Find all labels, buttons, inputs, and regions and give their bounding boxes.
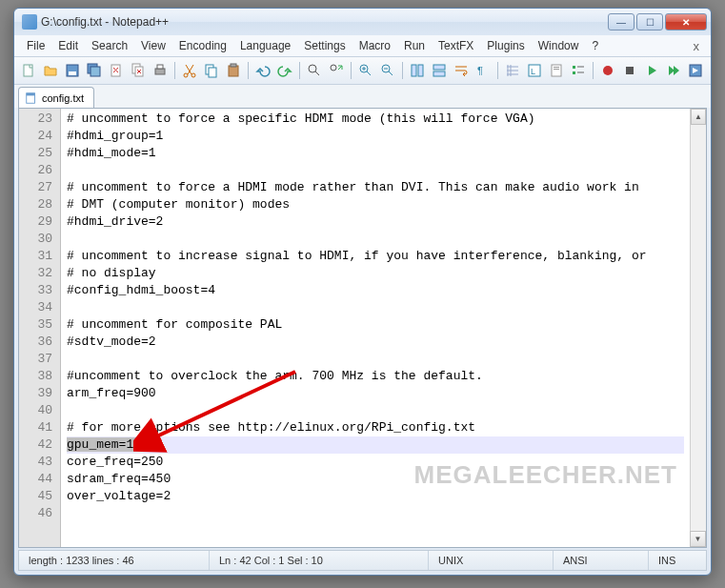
svg-rect-27	[552, 65, 561, 76]
svg-point-16	[309, 65, 316, 72]
code-area[interactable]: # uncomment to force a specific HDMI mod…	[61, 109, 690, 547]
menu-edit[interactable]: Edit	[51, 37, 85, 54]
user-lang-icon[interactable]: L	[524, 60, 545, 81]
separator	[497, 62, 498, 79]
notepadpp-window: G:\config.txt - Notepad++ — ☐ ✕ File Edi…	[13, 8, 712, 576]
status-position: Ln : 42 Col : 1 Sel : 10	[210, 551, 429, 570]
titlebar[interactable]: G:\config.txt - Notepad++ — ☐ ✕	[14, 9, 711, 35]
maximize-button[interactable]: ☐	[636, 13, 663, 30]
stop-macro-icon[interactable]	[619, 60, 640, 81]
separator	[174, 62, 175, 79]
record-macro-icon[interactable]	[597, 60, 618, 81]
menu-encoding[interactable]: Encoding	[172, 37, 233, 54]
indent-guide-icon[interactable]	[502, 60, 523, 81]
close-all-icon[interactable]	[128, 60, 149, 81]
redo-icon[interactable]	[274, 60, 295, 81]
svg-rect-36	[27, 92, 35, 95]
close-file-icon[interactable]	[106, 60, 127, 81]
scroll-down-icon[interactable]: ▼	[690, 531, 706, 547]
play-macro-icon[interactable]	[641, 60, 662, 81]
file-icon	[25, 91, 38, 105]
menu-search[interactable]: Search	[85, 37, 134, 54]
separator	[351, 62, 352, 79]
replace-icon[interactable]	[326, 60, 347, 81]
tab-config[interactable]: config.txt	[18, 87, 94, 108]
close-button[interactable]: ✕	[665, 13, 707, 30]
separator	[593, 62, 594, 79]
editor: 2324252627282930313233343536373839404142…	[18, 108, 707, 548]
scroll-up-icon[interactable]: ▲	[691, 109, 706, 125]
status-mode: INS	[649, 551, 706, 570]
cut-icon[interactable]	[179, 60, 200, 81]
svg-rect-20	[412, 65, 416, 76]
svg-text:¶: ¶	[477, 65, 483, 76]
tab-label: config.txt	[42, 92, 84, 104]
status-length: length : 1233 lines : 46	[19, 551, 210, 570]
sync-h-icon[interactable]	[429, 60, 450, 81]
svg-text:L: L	[531, 67, 535, 76]
svg-rect-30	[573, 66, 575, 69]
copy-icon[interactable]	[201, 60, 222, 81]
svg-point-17	[331, 65, 336, 71]
menu-language[interactable]: Language	[233, 37, 297, 54]
open-file-icon[interactable]	[40, 60, 61, 81]
menu-file[interactable]: File	[20, 37, 51, 54]
func-list-icon[interactable]	[568, 60, 589, 81]
zoom-in-icon[interactable]	[355, 60, 376, 81]
minimize-button[interactable]: —	[608, 13, 634, 30]
menu-plugins[interactable]: Plugins	[480, 37, 531, 54]
svg-rect-2	[69, 71, 76, 75]
status-eol: UNIX	[429, 551, 554, 570]
app-icon	[22, 14, 37, 30]
wrap-icon[interactable]	[451, 60, 472, 81]
svg-rect-0	[24, 65, 32, 76]
svg-rect-22	[433, 65, 445, 70]
svg-point-11	[191, 73, 195, 77]
window-title: G:\config.txt - Notepad++	[41, 15, 608, 29]
save-icon[interactable]	[62, 60, 83, 81]
undo-icon[interactable]	[252, 60, 273, 81]
svg-rect-8	[155, 69, 165, 74]
vertical-scrollbar[interactable]: ▲	[690, 109, 706, 547]
separator	[299, 62, 300, 79]
play-multi-icon[interactable]	[663, 60, 684, 81]
svg-rect-33	[626, 67, 634, 74]
svg-point-32	[603, 66, 613, 75]
separator	[402, 62, 403, 79]
menu-help[interactable]: ?	[585, 37, 605, 54]
svg-rect-29	[554, 69, 559, 70]
status-encoding: ANSI	[554, 551, 649, 570]
menu-macro[interactable]: Macro	[352, 37, 397, 54]
statusbar: length : 1233 lines : 46 Ln : 42 Col : 1…	[18, 550, 707, 571]
line-number-gutter: 2324252627282930313233343536373839404142…	[19, 109, 61, 547]
menu-view[interactable]: View	[134, 37, 172, 54]
print-icon[interactable]	[150, 60, 171, 81]
svg-rect-31	[573, 71, 575, 74]
svg-rect-9	[157, 65, 163, 69]
menu-textfx[interactable]: TextFX	[432, 37, 480, 54]
menu-window[interactable]: Window	[532, 37, 586, 54]
save-macro-icon[interactable]	[685, 60, 706, 81]
svg-rect-28	[554, 67, 559, 68]
toolbar: ¶ L	[14, 56, 711, 85]
paste-icon[interactable]	[223, 60, 244, 81]
doc-map-icon[interactable]	[546, 60, 567, 81]
svg-rect-21	[418, 65, 423, 76]
menubar: File Edit Search View Encoding Language …	[14, 35, 711, 56]
separator	[248, 62, 249, 79]
save-all-icon[interactable]	[84, 60, 105, 81]
svg-rect-14	[229, 66, 238, 76]
menu-run[interactable]: Run	[397, 37, 432, 54]
show-all-chars-icon[interactable]: ¶	[473, 60, 493, 81]
svg-point-10	[184, 73, 188, 77]
window-controls: — ☐ ✕	[608, 13, 707, 30]
menubar-close-icon[interactable]: x	[688, 39, 706, 53]
find-icon[interactable]	[304, 60, 325, 81]
zoom-out-icon[interactable]	[377, 60, 398, 81]
svg-rect-15	[231, 64, 236, 67]
tab-bar: config.txt	[14, 85, 711, 108]
new-file-icon[interactable]	[18, 60, 39, 81]
menu-settings[interactable]: Settings	[297, 37, 352, 54]
sync-v-icon[interactable]	[407, 60, 428, 81]
svg-rect-23	[433, 71, 445, 76]
